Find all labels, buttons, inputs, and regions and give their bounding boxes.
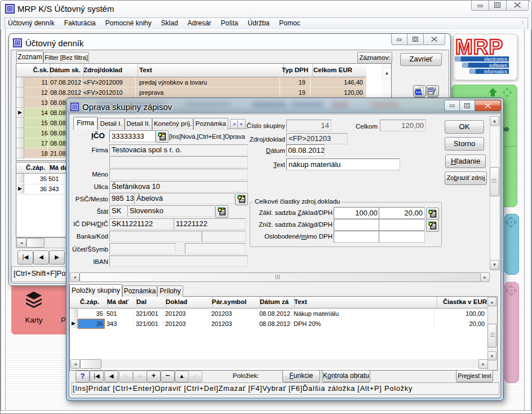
- svg-text:software: software: [489, 63, 507, 68]
- svg-text:electronics: electronics: [484, 56, 507, 62]
- svg-text:informatics: informatics: [484, 69, 507, 74]
- svg-text:MRP: MRP: [455, 36, 503, 59]
